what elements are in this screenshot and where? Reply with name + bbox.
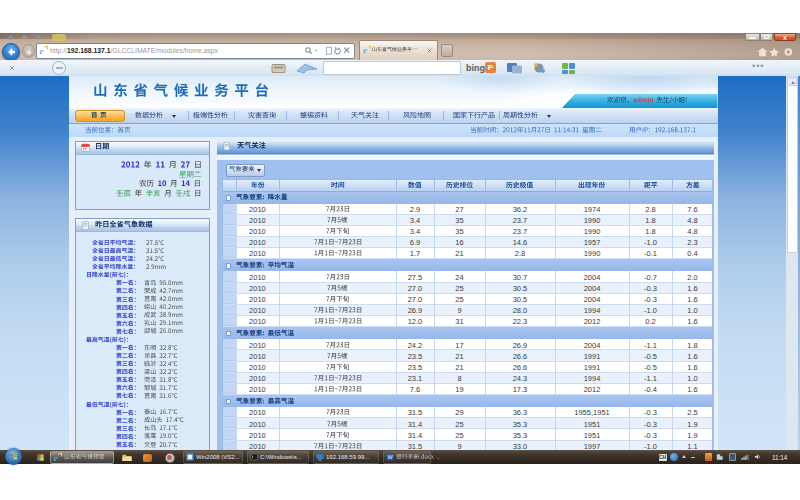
- svg-text:e: e: [363, 45, 367, 54]
- svg-text:e: e: [53, 452, 57, 462]
- svg-text:W: W: [387, 454, 393, 460]
- svg-text:e: e: [39, 45, 43, 55]
